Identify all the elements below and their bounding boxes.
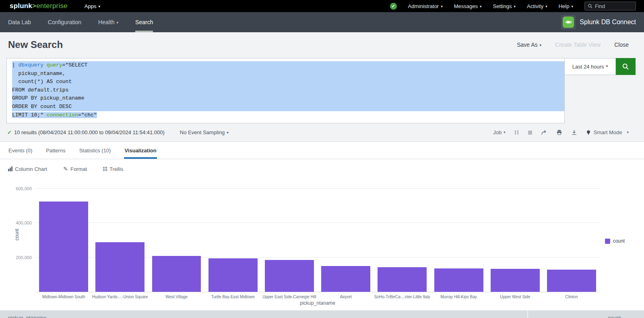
save-as-button[interactable]: Save As▾ [517, 42, 541, 48]
search-submit-button[interactable] [616, 58, 636, 75]
chart-type-picker[interactable]: Column Chart [8, 166, 47, 172]
y-axis-title: count [14, 222, 20, 247]
y-tick-label: 200,000 [16, 255, 32, 260]
tab-events[interactable]: Events (0) [8, 142, 33, 159]
bar[interactable] [321, 266, 370, 292]
tab-visualization[interactable]: Visualization [124, 142, 157, 159]
app-nav-bar: Data Lab Configuration Health▾ Search Sp… [0, 12, 644, 32]
statistics-table-header: pickup_ntaname count [0, 310, 644, 318]
messages-menu[interactable]: Messages▾ [454, 3, 482, 9]
bar[interactable] [152, 256, 201, 292]
chevron-down-icon: ▾ [571, 4, 573, 8]
nav-item-health[interactable]: Health▾ [98, 12, 118, 32]
format-button[interactable]: ✎ Format [63, 166, 87, 172]
time-range-picker[interactable]: Last 24 hours▾ [565, 58, 616, 75]
bulb-icon [586, 130, 591, 135]
bar-slot: Murray Hill-Kips Bay [430, 181, 487, 292]
administrator-menu[interactable]: Administrator▾ [408, 3, 443, 9]
settings-menu[interactable]: Settings▾ [493, 3, 516, 9]
x-category-label: SoHo-TriBeCa-...nter-Little Italy [374, 295, 430, 299]
chart-plot: count pickup_ntaname 200,000400,000600,0… [35, 181, 600, 292]
bar-slot: SoHo-TriBeCa-...nter-Little Italy [374, 181, 430, 292]
close-button[interactable]: Close [614, 42, 629, 48]
help-menu[interactable]: Help▾ [559, 3, 573, 9]
chevron-down-icon: ▾ [98, 4, 100, 8]
results-tabs: Events (0) Patterns Statistics (10) Visu… [0, 142, 644, 159]
x-category-label: Murray Hill-Kips Bay [430, 295, 487, 299]
x-axis-title: pickup_ntaname [35, 300, 600, 306]
app-name: Splunk DB Connect [580, 19, 636, 26]
nav-item-search[interactable]: Search [135, 12, 153, 32]
chevron-down-icon: ▾ [606, 64, 608, 68]
visualization-toolbar: Column Chart ✎ Format Trellis [0, 159, 644, 177]
nav-item-data-lab[interactable]: Data Lab [8, 12, 31, 32]
chevron-down-icon: ▾ [627, 130, 629, 134]
chevron-down-icon: ▾ [227, 131, 229, 135]
trellis-button[interactable]: Trellis [103, 166, 123, 172]
bar[interactable] [265, 260, 314, 292]
chevron-down-icon: ▾ [504, 130, 506, 134]
x-category-label: Upper West Side [487, 295, 543, 299]
chevron-down-icon: ▾ [540, 43, 542, 47]
bar-slot: Clinton [543, 181, 600, 292]
x-category-label: Hudson Yards-...-Union Square [92, 295, 148, 299]
search-icon [622, 63, 630, 71]
results-check-icon: ✓ [7, 129, 12, 135]
logo-enterprise-text: enterprise [36, 2, 68, 10]
tab-patterns[interactable]: Patterns [45, 142, 66, 159]
find-input[interactable] [595, 3, 631, 9]
bar-slot: Turtle Bay-East Midtown [205, 181, 261, 292]
tab-statistics[interactable]: Statistics (10) [79, 142, 111, 159]
page-title: New Search [8, 39, 63, 50]
bar[interactable] [491, 269, 540, 292]
x-category-label: Airport [318, 295, 374, 299]
legend-swatch [605, 239, 610, 244]
chevron-down-icon: ▾ [514, 4, 516, 8]
x-category-label: West Village [148, 295, 204, 299]
find-search-box[interactable] [584, 2, 636, 10]
bar-slot: Midtown-Midtown South [35, 181, 92, 292]
bar[interactable] [39, 202, 88, 292]
column-chart: count pickup_ntaname 200,000400,000600,0… [0, 177, 644, 305]
trellis-icon [103, 167, 107, 171]
export-icon[interactable] [571, 129, 577, 135]
bar-slot: Hudson Yards-...-Union Square [92, 181, 148, 292]
plug-icon [563, 17, 574, 28]
legend-item-count[interactable]: count [605, 238, 625, 244]
db-connect-app-icon [561, 15, 576, 29]
bar-slot: Upper West Side [487, 181, 543, 292]
event-sampling-dropdown[interactable]: No Event Sampling▾ [180, 129, 229, 135]
nav-item-configuration[interactable]: Configuration [48, 12, 81, 32]
apps-menu[interactable]: Apps▾ [85, 3, 100, 9]
splunk-logo[interactable]: splunk>enterprise [10, 2, 68, 10]
job-menu[interactable]: Job▾ [493, 129, 506, 135]
app-identity[interactable]: Splunk DB Connect [561, 15, 636, 29]
create-table-view-button[interactable]: Create Table View [555, 42, 601, 48]
bar[interactable] [547, 270, 596, 292]
pause-icon[interactable] [514, 130, 519, 135]
search-mode-dropdown[interactable]: Smart Mode▾ [586, 129, 629, 135]
column-header-pickup-ntaname[interactable]: pickup_ntaname [0, 310, 527, 318]
column-header-count[interactable]: count [527, 310, 644, 318]
logo-splunk-text: splunk [10, 2, 32, 10]
health-status-icon[interactable]: ✓ [390, 3, 397, 10]
query-editor[interactable]: | dbxquery query="SELECT pickup_ntaname,… [6, 58, 565, 123]
search-section: New Search Save As▾ Create Table View Cl… [0, 32, 644, 142]
activity-menu[interactable]: Activity▾ [527, 3, 547, 9]
share-icon[interactable] [541, 129, 547, 136]
chevron-down-icon: ▾ [480, 4, 482, 8]
logo-gt: > [32, 2, 36, 10]
legend-label: count [613, 238, 625, 244]
x-category-label: Turtle Bay-East Midtown [205, 295, 261, 299]
print-icon[interactable] [556, 129, 562, 135]
results-summary: 10 results (08/04/2024 11:00:00.000 to 0… [14, 129, 165, 135]
bar[interactable] [95, 242, 144, 292]
chevron-down-icon: ▾ [441, 4, 443, 8]
stop-icon[interactable] [528, 131, 532, 135]
bar[interactable] [378, 267, 427, 292]
x-category-label: Clinton [543, 295, 600, 299]
bar[interactable] [208, 258, 258, 292]
bar[interactable] [434, 268, 483, 292]
pencil-icon: ✎ [63, 166, 68, 172]
search-icon [588, 4, 593, 9]
